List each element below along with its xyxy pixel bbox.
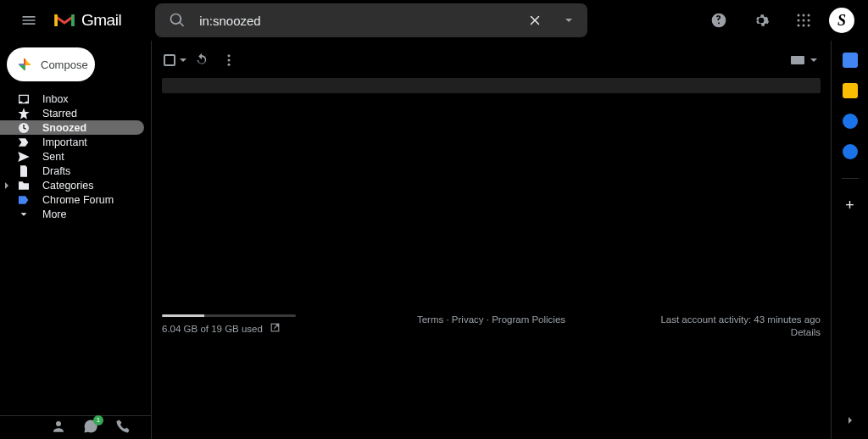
hangouts-person-icon[interactable] bbox=[51, 419, 66, 434]
svg-point-0 bbox=[798, 14, 800, 17]
clear-search-button[interactable] bbox=[521, 13, 548, 28]
svg-point-6 bbox=[798, 25, 800, 27]
svg-point-8 bbox=[808, 25, 810, 27]
rail-divider bbox=[842, 178, 859, 179]
search-input[interactable] bbox=[198, 13, 516, 29]
hangouts-chat-icon[interactable]: 1 bbox=[83, 419, 98, 434]
clock-icon bbox=[17, 121, 31, 135]
split-pane-toggle[interactable] bbox=[787, 54, 821, 66]
storage-fill bbox=[162, 314, 204, 317]
get-addons-button[interactable]: + bbox=[843, 197, 858, 213]
list-toolbar bbox=[152, 46, 831, 75]
hangouts-bar: 1 bbox=[0, 415, 151, 436]
file-icon bbox=[17, 164, 31, 178]
contacts-app-icon[interactable] bbox=[843, 144, 858, 159]
svg-point-2 bbox=[808, 14, 810, 17]
settings-button[interactable] bbox=[744, 3, 778, 37]
svg-point-15 bbox=[228, 59, 231, 62]
svg-point-14 bbox=[228, 54, 231, 57]
svg-rect-9 bbox=[24, 58, 25, 64]
privacy-link[interactable]: Privacy bbox=[452, 314, 484, 325]
sidebar-item-snoozed[interactable]: Snoozed bbox=[0, 120, 144, 135]
compose-label: Compose bbox=[41, 58, 88, 71]
svg-point-5 bbox=[808, 19, 810, 22]
sidebar-item-label: Drafts bbox=[42, 165, 70, 177]
storage-text: 6.04 GB of 19 GB used bbox=[162, 324, 263, 334]
storage-bar bbox=[162, 314, 296, 317]
support-button[interactable] bbox=[702, 3, 736, 37]
google-apps-button[interactable] bbox=[787, 3, 821, 37]
svg-point-4 bbox=[803, 19, 805, 22]
keep-app-icon[interactable] bbox=[843, 83, 858, 98]
activity-details-link[interactable]: Details bbox=[600, 327, 821, 337]
hangouts-badge: 1 bbox=[93, 415, 103, 425]
refresh-button[interactable] bbox=[189, 47, 214, 73]
sidebar-item-label: More bbox=[42, 208, 66, 220]
empty-message-row bbox=[162, 78, 821, 93]
sidebar-item-categories[interactable]: Categories bbox=[0, 178, 144, 192]
sidebar-item-more[interactable]: More bbox=[0, 207, 144, 221]
sidebar-item-label: Snoozed bbox=[42, 122, 86, 134]
svg-point-3 bbox=[798, 19, 800, 22]
message-pane: 6.04 GB of 19 GB used Terms · Privacy · … bbox=[151, 41, 831, 439]
svg-rect-11 bbox=[19, 64, 24, 65]
sidebar-item-drafts[interactable]: Drafts bbox=[0, 164, 144, 178]
send-icon bbox=[17, 150, 31, 164]
sidebar-item-label: Inbox bbox=[42, 93, 69, 105]
important-icon bbox=[17, 136, 31, 149]
svg-rect-12 bbox=[25, 64, 31, 65]
star-icon bbox=[17, 107, 31, 120]
sidebar-item-inbox[interactable]: Inbox bbox=[0, 92, 144, 106]
search-bar[interactable] bbox=[155, 3, 587, 37]
sidebar-item-label: Sent bbox=[42, 151, 64, 163]
main-menu-button[interactable] bbox=[14, 5, 44, 36]
gmail-logo[interactable]: Gmail bbox=[53, 11, 121, 30]
calendar-app-icon[interactable] bbox=[843, 53, 858, 68]
sidebar-item-label: Categories bbox=[42, 180, 93, 192]
side-panel: + bbox=[831, 41, 868, 439]
plus-icon bbox=[17, 57, 32, 72]
terms-link[interactable]: Terms bbox=[417, 314, 443, 325]
chevron-down-icon bbox=[17, 208, 31, 221]
svg-rect-10 bbox=[24, 65, 25, 70]
folder-icon bbox=[17, 179, 31, 192]
sidebar-item-starred[interactable]: Starred bbox=[0, 106, 144, 120]
tasks-app-icon[interactable] bbox=[843, 114, 858, 129]
svg-point-7 bbox=[803, 25, 805, 27]
sidebar-item-label: Important bbox=[42, 136, 87, 148]
manage-storage-link[interactable] bbox=[270, 322, 281, 335]
sidebar-item-label: Starred bbox=[42, 108, 77, 119]
sidebar-item-important[interactable]: Important bbox=[0, 135, 144, 149]
last-activity-text: Last account activity: 43 minutes ago bbox=[600, 314, 821, 325]
sidebar-item-label: Chrome Forum bbox=[42, 194, 114, 206]
app-header: Gmail S bbox=[0, 0, 868, 41]
avatar-initial: S bbox=[837, 12, 846, 30]
select-all-checkbox[interactable] bbox=[162, 47, 187, 73]
hangouts-phone-icon[interactable] bbox=[115, 419, 131, 434]
list-footer: 6.04 GB of 19 GB used Terms · Privacy · … bbox=[162, 326, 821, 439]
inbox-icon bbox=[17, 92, 31, 106]
search-icon[interactable] bbox=[162, 12, 192, 29]
split-pane-icon bbox=[791, 56, 804, 64]
sidebar: Compose Inbox Starred Snoozed Important … bbox=[0, 41, 151, 439]
svg-point-16 bbox=[228, 64, 231, 66]
program-policies-link[interactable]: Program Policies bbox=[492, 314, 565, 325]
compose-button[interactable]: Compose bbox=[7, 47, 95, 81]
label-icon bbox=[17, 193, 31, 207]
search-options-button[interactable] bbox=[554, 19, 581, 22]
account-avatar[interactable]: S bbox=[829, 8, 854, 33]
folder-nav: Inbox Starred Snoozed Important Sent Dra… bbox=[0, 92, 151, 221]
more-actions-button[interactable] bbox=[216, 47, 242, 73]
product-name: Gmail bbox=[81, 11, 121, 30]
sidebar-item-chrome-forum[interactable]: Chrome Forum bbox=[0, 192, 144, 207]
svg-point-1 bbox=[803, 14, 805, 17]
gmail-m-icon bbox=[53, 11, 76, 30]
sidebar-item-sent[interactable]: Sent bbox=[0, 149, 144, 164]
collapse-side-panel-button[interactable] bbox=[840, 410, 860, 431]
